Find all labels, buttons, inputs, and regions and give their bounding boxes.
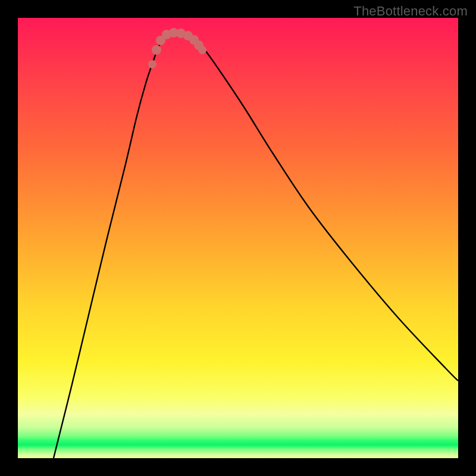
- watermark-text: TheBottleneck.com: [353, 4, 468, 19]
- curve-marker: [198, 46, 206, 54]
- plot-area: [18, 18, 458, 458]
- curve-marker: [148, 60, 156, 68]
- chart-container: TheBottleneck.com: [0, 0, 476, 476]
- bottleneck-curve: [54, 33, 458, 458]
- curve-svg: [18, 18, 458, 458]
- curve-markers: [148, 28, 206, 68]
- curve-marker: [152, 45, 161, 55]
